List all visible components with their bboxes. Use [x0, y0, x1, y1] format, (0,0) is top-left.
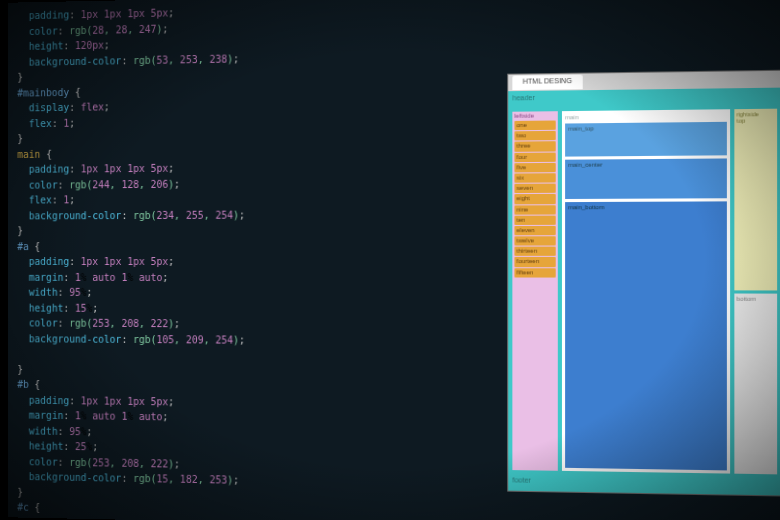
preview-box-b: main_center: [565, 158, 727, 199]
rightside-bottom: bottom: [734, 293, 777, 474]
nav-box-item[interactable]: four: [514, 152, 555, 162]
nav-box-item[interactable]: one: [514, 121, 555, 131]
nav-box-item[interactable]: fifteen: [514, 268, 555, 278]
nav-box-item[interactable]: seven: [514, 184, 555, 194]
nav-box-item[interactable]: eleven: [514, 226, 555, 236]
rightside-top-label: top: [736, 117, 774, 124]
preview-box-a: main_top: [565, 122, 727, 157]
nav-box-item[interactable]: nine: [514, 205, 555, 215]
preview-main: main main_top main_center main_bottom: [562, 109, 730, 473]
nav-box-item[interactable]: fourteen: [514, 257, 555, 266]
editor-screen: padding: 1px 1px 1px 5px; color: rgb(28,…: [8, 0, 780, 520]
css-editor-pane[interactable]: padding: 1px 1px 1px 5px; color: rgb(28,…: [8, 0, 270, 520]
browser-tab[interactable]: HTML DESING: [512, 75, 582, 90]
nav-box-item[interactable]: six: [514, 173, 555, 183]
preview-leftside: leftside onetwothreefourfivesixseveneigh…: [512, 111, 557, 471]
rightside-top: rightside top: [734, 109, 777, 290]
browser-preview-window: HTML DESING header leftside onetwothreef…: [508, 71, 780, 496]
nav-box-item[interactable]: twelve: [514, 236, 555, 246]
nav-box-item[interactable]: thirteen: [514, 247, 555, 257]
nav-box-item[interactable]: eight: [514, 194, 555, 204]
preview-mainbody: leftside onetwothreefourfivesixseveneigh…: [508, 104, 780, 478]
nav-box-item[interactable]: ten: [514, 215, 555, 225]
nav-box-item[interactable]: three: [514, 142, 555, 152]
nav-box-item[interactable]: five: [514, 163, 555, 173]
preview-box-c: main_bottom: [565, 201, 727, 470]
preview-rightside: rightside top bottom: [734, 109, 777, 475]
nav-box-item[interactable]: two: [514, 131, 555, 141]
main-label: main: [565, 112, 727, 120]
